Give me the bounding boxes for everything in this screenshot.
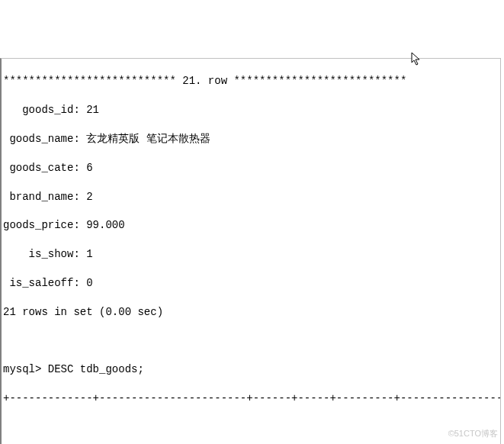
record-line: goods_name: 玄龙精英版 笔记本散热器	[3, 133, 210, 145]
record-line: goods_cate: 6	[3, 162, 93, 174]
record-line: goods_id: 21	[3, 104, 99, 116]
table-border: +-------------+-----------------------+-…	[3, 392, 501, 404]
record-line: is_saleoff: 0	[3, 277, 93, 289]
record-line: is_show: 1	[3, 248, 93, 260]
mysql-prompt[interactable]: mysql> DESC tdb_goods;	[3, 363, 144, 375]
terminal-window: *************************** 21. row ****…	[0, 58, 501, 444]
record-line: brand_name: 2	[3, 191, 93, 203]
watermark-text: ©51CTO博客	[448, 428, 498, 439]
result-summary: 21 rows in set (0.00 sec)	[3, 306, 163, 318]
row-divider: *************************** 21. row ****…	[3, 75, 406, 87]
record-line: goods_price: 99.000	[3, 219, 125, 231]
